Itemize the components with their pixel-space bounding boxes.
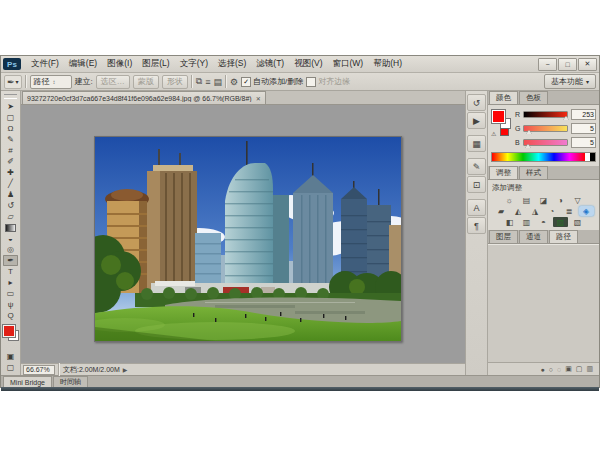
quick-selection-tool[interactable]: ✎ — [3, 134, 18, 145]
auto-add-delete-checkbox[interactable]: ✓ 自动添加/删除 — [241, 76, 303, 87]
actions-panel-icon[interactable]: ▶ — [467, 112, 486, 129]
blue-value[interactable]: 5 — [571, 137, 596, 148]
tool-preset-picker[interactable]: ✒ ▾ — [4, 75, 22, 89]
new-path-icon[interactable]: ▢ — [576, 365, 583, 373]
tab-adjustments[interactable]: 调整 — [489, 166, 518, 179]
gear-icon[interactable]: ⚙ — [230, 77, 238, 87]
invert-icon[interactable]: ◧ — [502, 217, 517, 227]
healing-brush-tool[interactable]: ✚ — [3, 167, 18, 178]
tab-layers[interactable]: 图层 — [489, 230, 518, 243]
menu-edit[interactable]: 编辑(E) — [64, 58, 102, 70]
workspace-switcher-button[interactable]: 基本功能 ▾ — [544, 74, 596, 89]
gradient-map-icon[interactable]: ▨ — [553, 217, 568, 227]
hue-saturation-icon[interactable]: ▰ — [494, 206, 509, 216]
posterize-icon[interactable]: ▥ — [519, 217, 534, 227]
red-value[interactable]: 253 — [571, 109, 596, 120]
move-tool[interactable]: ➤ — [3, 101, 18, 112]
menu-select[interactable]: 选择(S) — [213, 58, 251, 70]
history-panel-icon[interactable]: ↺ — [467, 94, 486, 111]
panel-grip[interactable] — [4, 94, 17, 99]
menu-image[interactable]: 图像(I) — [102, 58, 137, 70]
foreground-color-swatch[interactable] — [3, 325, 15, 337]
properties-panel-icon[interactable]: ▦ — [467, 135, 486, 152]
tab-styles[interactable]: 样式 — [519, 166, 548, 179]
tool-mode-dropdown[interactable]: 路径 ↕ — [30, 75, 72, 89]
make-mask-button[interactable]: 蒙版 — [133, 75, 159, 89]
eraser-tool[interactable]: ▱ — [3, 211, 18, 222]
dodge-tool[interactable]: ◎ — [3, 244, 18, 255]
tab-channels[interactable]: 通道 — [519, 230, 548, 243]
stroke-path-icon[interactable]: ○ — [549, 366, 553, 373]
history-brush-tool[interactable]: ↺ — [3, 200, 18, 211]
restore-button[interactable]: □ — [558, 58, 577, 71]
menu-help[interactable]: 帮助(H) — [368, 58, 407, 70]
make-shape-button[interactable]: 形状 — [162, 75, 188, 89]
character-panel-icon[interactable]: A — [467, 199, 486, 216]
close-button[interactable]: ✕ — [578, 58, 597, 71]
align-edges-checkbox[interactable]: 对齐边缘 — [306, 76, 350, 87]
foreground-color-swatch[interactable] — [492, 110, 505, 123]
color-spectrum-ramp[interactable] — [491, 152, 596, 162]
menu-file[interactable]: 文件(F) — [26, 58, 64, 70]
shape-tool[interactable]: ▭ — [3, 288, 18, 299]
type-tool[interactable]: T — [3, 266, 18, 277]
zoom-tool[interactable]: Q — [3, 310, 18, 321]
gamut-warning-swatch[interactable] — [500, 128, 509, 136]
fill-path-icon[interactable]: ● — [540, 366, 544, 373]
status-arrow-icon[interactable]: ▶ — [123, 366, 128, 373]
zoom-level-input[interactable]: 66.67% — [23, 365, 55, 375]
path-selection-tool[interactable]: ▸ — [3, 277, 18, 288]
curves-icon[interactable]: ◪ — [536, 195, 551, 205]
photo-filter-icon[interactable]: ◔ — [545, 206, 560, 216]
foreground-background-swatches[interactable] — [3, 325, 19, 341]
menu-window[interactable]: 窗口(W) — [328, 58, 369, 70]
blur-tool[interactable]: ◒ — [3, 233, 18, 244]
color-lookup-icon[interactable]: ◈ — [579, 206, 594, 216]
screen-mode-button[interactable]: ▢ — [3, 362, 18, 373]
tab-paths[interactable]: 路径 — [549, 230, 578, 243]
brush-panel-icon[interactable]: ✎ — [467, 158, 486, 175]
red-slider[interactable] — [523, 111, 568, 118]
selective-color-icon[interactable]: ▧ — [570, 217, 585, 227]
eyedropper-tool[interactable]: ✐ — [3, 156, 18, 167]
black-white-icon[interactable]: ◮ — [528, 206, 543, 216]
vibrance-icon[interactable]: ▽ — [570, 195, 585, 205]
brush-tool[interactable]: ╱ — [3, 178, 18, 189]
make-selection-button[interactable]: 选区… — [96, 75, 130, 89]
menu-layer[interactable]: 图层(L) — [137, 58, 174, 70]
tab-timeline[interactable]: 时间轴 — [53, 376, 88, 387]
menu-type[interactable]: 文字(Y) — [175, 58, 213, 70]
minimize-button[interactable]: − — [538, 58, 557, 71]
canvas-area[interactable] — [21, 105, 465, 363]
add-mask-icon[interactable]: ▣ — [565, 365, 572, 373]
close-icon[interactable]: ✕ — [256, 95, 261, 102]
delete-path-icon[interactable]: ▥ — [586, 365, 593, 373]
tab-mini-bridge[interactable]: Mini Bridge — [3, 376, 52, 387]
paragraph-panel-icon[interactable]: ¶ — [467, 217, 486, 234]
tab-color[interactable]: 颜色 — [489, 91, 518, 104]
path-alignment-icon[interactable]: ≡ — [205, 77, 210, 87]
color-balance-icon[interactable]: ◭ — [511, 206, 526, 216]
hand-tool[interactable]: ψ — [3, 299, 18, 310]
document-tab[interactable]: 93272720e0cf3d7ca667e34d8f41f6e096a62e98… — [22, 91, 266, 104]
channel-mixer-icon[interactable]: ≣ — [562, 206, 577, 216]
green-slider[interactable] — [523, 125, 568, 132]
clone-stamp-tool[interactable]: ♟ — [3, 189, 18, 200]
brightness-contrast-icon[interactable]: ☼ — [502, 195, 517, 205]
threshold-icon[interactable]: ◓ — [536, 217, 551, 227]
paths-panel-content[interactable] — [488, 244, 599, 362]
menu-view[interactable]: 视图(V) — [289, 58, 327, 70]
levels-icon[interactable]: ▤ — [519, 195, 534, 205]
lasso-tool[interactable]: Ω — [3, 123, 18, 134]
quick-mask-button[interactable]: ▣ — [3, 351, 18, 362]
load-selection-icon[interactable]: ◌ — [557, 366, 561, 373]
crop-tool[interactable]: # — [3, 145, 18, 156]
pen-tool[interactable]: ✒ — [3, 255, 18, 266]
menu-filter[interactable]: 滤镜(T) — [251, 58, 289, 70]
blue-slider[interactable] — [523, 139, 568, 146]
path-arrangement-icon[interactable]: ▤ — [214, 77, 223, 87]
clone-source-panel-icon[interactable]: ⊡ — [467, 176, 486, 193]
gradient-tool[interactable] — [3, 222, 18, 233]
gamut-warning-icon[interactable]: ⚠ — [491, 130, 496, 137]
marquee-tool[interactable]: ▢ — [3, 112, 18, 123]
